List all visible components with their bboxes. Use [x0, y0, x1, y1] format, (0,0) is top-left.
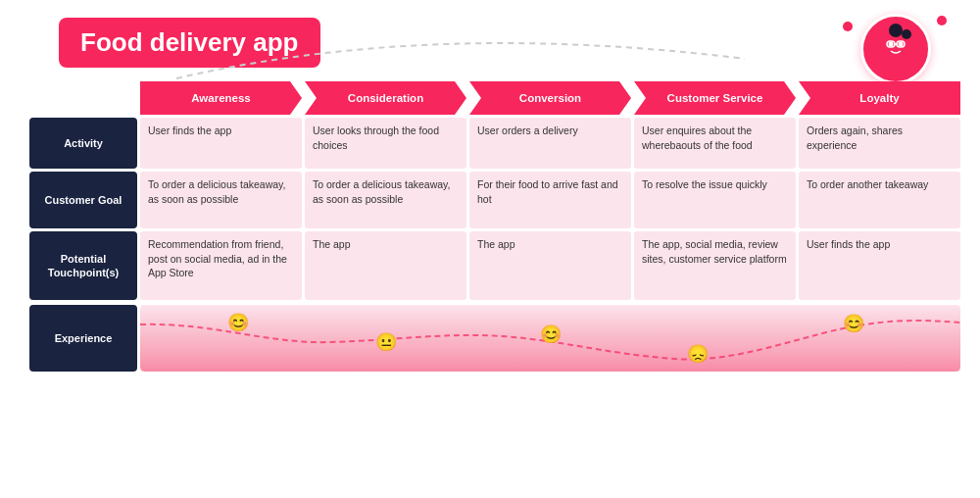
touchpoint-cell-3: The app, social media, review sites, cus…	[634, 231, 796, 300]
decorative-dot-2	[937, 16, 947, 25]
decorative-dot-1	[843, 22, 853, 31]
app-title: Food delivery app	[59, 18, 320, 68]
activity-cells: User finds the app User looks through th…	[140, 118, 960, 169]
phase-customer-service: Customer Service	[634, 81, 796, 115]
activity-cell-4: Orders again, shares experience	[799, 118, 960, 169]
activity-row: Activity User finds the app User looks t…	[29, 118, 960, 169]
phase-loyalty: Loyalty	[799, 81, 960, 115]
svg-point-4	[899, 41, 904, 46]
emoji-0: 😊	[227, 312, 249, 333]
goal-cell-4: To order another takeaway	[799, 172, 960, 228]
touchpoint-cell-2: The app	[469, 231, 631, 300]
activity-cell-0: User finds the app	[140, 118, 302, 169]
activity-cell-2: User orders a delivery	[469, 118, 631, 169]
customer-goal-row: Customer Goal To order a delicious takea…	[29, 172, 960, 228]
avatar	[860, 14, 931, 84]
goal-cell-2: For their food to arrive fast and hot	[469, 172, 631, 228]
svg-point-3	[889, 41, 894, 46]
goal-cell-3: To resolve the issue quickly	[634, 172, 796, 228]
svg-point-1	[889, 24, 903, 37]
touchpoints-cells: Recommendation from friend, post on soci…	[140, 231, 960, 300]
experience-bar: 😊 😐 😊 😞 😊	[140, 305, 960, 372]
emoji-1: 😐	[375, 331, 397, 353]
emoji-2: 😊	[540, 324, 562, 345]
phase-conversion: Conversion	[469, 81, 631, 115]
customer-goal-cells: To order a delicious takeaway, as soon a…	[140, 172, 960, 228]
experience-label: Experience	[29, 305, 137, 372]
phase-awareness: Awareness	[140, 81, 302, 115]
goal-cell-1: To order a delicious takeaway, as soon a…	[305, 172, 466, 228]
experience-row: Experience 😊 😐 😊 😞 😊	[29, 305, 960, 372]
touchpoints-row: Potential Touchpoint(s) Recommendation f…	[29, 231, 960, 300]
touchpoint-cell-1: The app	[305, 231, 466, 300]
page-container: Food delivery app Awareness Consideratio…	[0, 0, 980, 498]
phase-consideration: Consideration	[305, 81, 466, 115]
activity-label: Activity	[29, 118, 137, 169]
emoji-3: 😞	[687, 343, 709, 365]
svg-point-2	[902, 29, 911, 39]
goal-cell-0: To order a delicious takeaway, as soon a…	[140, 172, 302, 228]
touchpoints-label: Potential Touchpoint(s)	[29, 231, 137, 300]
activity-cell-1: User looks through the food choices	[305, 118, 466, 169]
touchpoint-cell-4: User finds the app	[799, 231, 960, 300]
emoji-4: 😊	[843, 313, 864, 334]
customer-goal-label: Customer Goal	[29, 172, 137, 228]
activity-cell-3: User enquires about the wherebaouts of t…	[634, 118, 796, 169]
touchpoint-cell-0: Recommendation from friend, post on soci…	[140, 231, 302, 300]
